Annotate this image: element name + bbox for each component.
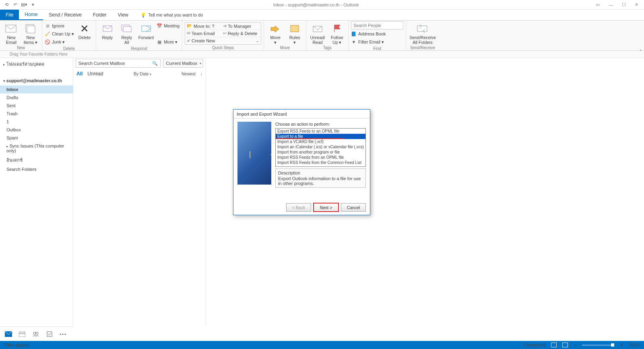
opt-import-rss-common[interactable]: Import RSS Feeds from the Common Feed Li… xyxy=(276,160,365,165)
modal-layer: Import and Export Wizard Choose an actio… xyxy=(0,0,644,349)
back-button: < Back xyxy=(286,203,311,212)
dialog-title: Import and Export Wizard xyxy=(233,110,370,118)
cancel-button[interactable]: Cancel xyxy=(341,203,366,212)
wizard-graphic xyxy=(237,122,271,185)
action-listbox[interactable]: Export RSS Feeds to an OPML file Export … xyxy=(275,128,366,167)
opt-import-vcard[interactable]: Import a VCARD file (.vcf) xyxy=(276,139,365,144)
description-box: Description Export Outlook information t… xyxy=(275,168,366,188)
opt-import-rss-opml[interactable]: Import RSS Feeds from an OPML file xyxy=(276,155,365,160)
next-button[interactable]: Next > xyxy=(314,203,339,212)
opt-import-icalendar[interactable]: Import an iCalendar (.ics) or vCalendar … xyxy=(276,144,365,150)
choose-action-label: Choose an action to perform: xyxy=(275,122,366,127)
opt-export-to-file[interactable]: Export to a file xyxy=(276,134,365,139)
opt-export-rss-opml[interactable]: Export RSS Feeds to an OPML file xyxy=(276,129,365,134)
import-export-wizard-dialog: Import and Export Wizard Choose an actio… xyxy=(233,109,370,215)
opt-import-program-file[interactable]: Import from another program or file xyxy=(276,150,365,155)
description-heading: Description xyxy=(278,170,363,175)
description-text: Export Outlook information to a file for… xyxy=(278,176,363,186)
